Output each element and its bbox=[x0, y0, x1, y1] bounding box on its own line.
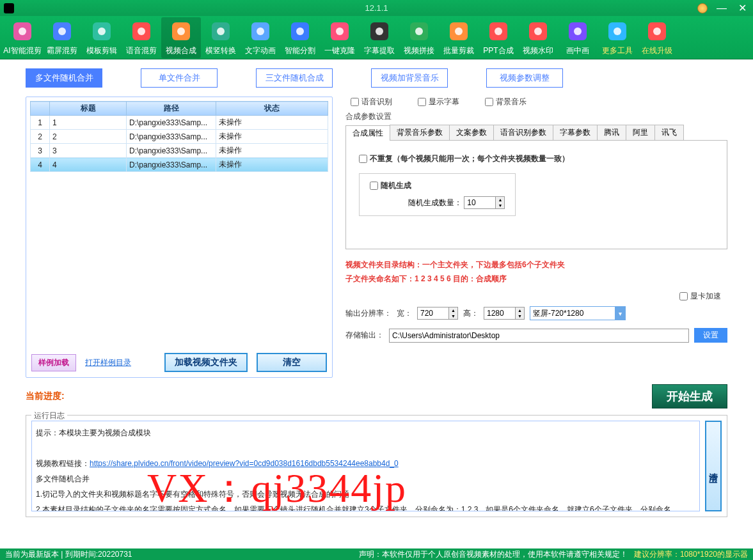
status-res: 建议分辨率：1080*1920的显示器 bbox=[634, 550, 748, 559]
medal-icon[interactable] bbox=[697, 3, 708, 13]
table-row[interactable]: 33D:\pangxie333\Samp...未操作 bbox=[31, 144, 328, 158]
batch-icon bbox=[446, 19, 472, 44]
table-row[interactable]: 22D:\pangxie333\Samp...未操作 bbox=[31, 130, 328, 144]
ptab-voice[interactable]: 语音识别参数 bbox=[493, 125, 553, 140]
toolbar-batch[interactable]: 批量剪裁 bbox=[439, 17, 479, 58]
svg-point-13 bbox=[257, 27, 264, 35]
res-w-spinner[interactable]: ▲▼ bbox=[417, 307, 458, 320]
open-sample-dir-link[interactable]: 打开样例目录 bbox=[85, 357, 131, 368]
spin-up-icon[interactable]: ▲ bbox=[496, 197, 504, 203]
hv-icon bbox=[208, 19, 234, 44]
spin-down-icon[interactable]: ▼ bbox=[496, 203, 504, 208]
svg-point-19 bbox=[376, 27, 383, 35]
col-title: 标题 bbox=[50, 102, 127, 116]
toolbar-clone[interactable]: 一键克隆 bbox=[320, 17, 360, 58]
toolbar-upgrade[interactable]: 在线升级 bbox=[637, 17, 677, 58]
out-path-input[interactable] bbox=[389, 329, 689, 343]
ptab-sub[interactable]: 字幕参数 bbox=[553, 125, 598, 140]
check-bgm[interactable]: 背景音乐 bbox=[485, 97, 527, 107]
check-voice-recog[interactable]: 语音识别 bbox=[351, 97, 392, 107]
sub-icon bbox=[367, 19, 392, 44]
res-w-label: 宽： bbox=[397, 308, 412, 319]
statusbar: 当前为最新版本 | 到期时间:20220731 声明：本软件仅用于个人原创音视频… bbox=[0, 548, 753, 560]
ai-icon bbox=[10, 19, 35, 44]
upgrade-icon bbox=[644, 19, 670, 44]
ppt-icon bbox=[486, 19, 511, 44]
log-textarea[interactable]: 提示：本模块主要为视频合成模块 视频教程链接：https://share.plv… bbox=[31, 421, 700, 511]
table-row[interactable]: 44D:\pangxie333\Samp...未操作 bbox=[31, 158, 328, 172]
res-h-spinner[interactable]: ▲▼ bbox=[484, 307, 525, 320]
subtab-single-merge[interactable]: 单文件合并 bbox=[141, 68, 218, 88]
toolbar-tpl[interactable]: 模板剪辑 bbox=[82, 17, 122, 58]
randcount-label: 随机生成数量： bbox=[408, 198, 462, 207]
progress-label: 当前进度: bbox=[26, 391, 65, 402]
out-label: 存储输出： bbox=[345, 330, 384, 341]
ptab-synth[interactable]: 合成属性 bbox=[345, 125, 390, 141]
toolbar-wm[interactable]: 视频水印 bbox=[518, 17, 558, 58]
file-table[interactable]: 标题 路径 状态 11D:\pangxie333\Samp...未操作22D:\… bbox=[30, 101, 328, 172]
text-icon bbox=[248, 19, 273, 44]
log-group: 运行日志 提示：本模块主要为视频合成模块 视频教程链接：https://shar… bbox=[26, 415, 727, 517]
minimize-button[interactable]: — bbox=[714, 3, 729, 14]
svg-point-3 bbox=[58, 27, 66, 35]
sample-load-button[interactable]: 样例加载 bbox=[31, 354, 76, 371]
clear-list-button[interactable]: 清空 bbox=[257, 353, 327, 372]
ptab-text[interactable]: 文案参数 bbox=[449, 125, 494, 140]
ptab-bgm[interactable]: 背景音乐参数 bbox=[390, 125, 450, 140]
ptab-ali[interactable]: 阿里 bbox=[626, 125, 655, 140]
svg-point-23 bbox=[455, 27, 463, 35]
subtab-params[interactable]: 视频参数调整 bbox=[486, 68, 563, 88]
randcount-spinner[interactable]: ▲▼ bbox=[464, 196, 505, 209]
svg-point-5 bbox=[98, 27, 106, 35]
res-preset-select[interactable]: 竖屏-720*1280 bbox=[530, 306, 626, 320]
svg-point-7 bbox=[138, 27, 145, 35]
more-icon bbox=[605, 19, 630, 44]
toolbar-ai[interactable]: AI智能混剪 bbox=[3, 17, 42, 58]
toolbar-ppt[interactable]: PPT合成 bbox=[479, 17, 518, 58]
col-index bbox=[31, 102, 50, 116]
tpl-icon bbox=[89, 19, 115, 44]
app-logo-icon bbox=[4, 3, 14, 13]
check-show-subs[interactable]: 显示字幕 bbox=[418, 97, 459, 107]
table-row[interactable]: 11D:\pangxie333\Samp...未操作 bbox=[31, 116, 328, 130]
toolbar-voice[interactable]: 语音混剪 bbox=[122, 17, 161, 58]
join-icon bbox=[406, 19, 432, 44]
svg-point-31 bbox=[614, 27, 621, 35]
res-label: 输出分辨率： bbox=[345, 308, 392, 319]
toolbar-more[interactable]: 更多工具 bbox=[598, 17, 637, 58]
check-gpu[interactable]: 显卡加速 bbox=[679, 291, 721, 302]
tutorial-link[interactable]: https://share.plvideo.cn/front/video/pre… bbox=[90, 459, 399, 468]
log-clear-button[interactable]: 清空 bbox=[705, 421, 722, 511]
svg-point-1 bbox=[19, 27, 26, 35]
ba-icon bbox=[49, 19, 75, 44]
res-h-label: 高： bbox=[463, 308, 479, 319]
toolbar-ba[interactable]: 霸屏混剪 bbox=[42, 17, 82, 58]
subtab-bar: 多文件随机合并 单文件合并 三文件随机合成 视频加背景音乐 视频参数调整 bbox=[0, 59, 753, 97]
close-button[interactable]: ✕ bbox=[736, 2, 749, 14]
ptab-xf[interactable]: 讯飞 bbox=[654, 125, 684, 140]
voice-icon bbox=[129, 19, 154, 44]
toolbar-split[interactable]: 智能分割 bbox=[280, 17, 320, 58]
col-status: 状态 bbox=[216, 102, 328, 116]
toolbar-join[interactable]: 视频拼接 bbox=[399, 17, 439, 58]
check-random[interactable]: 随机生成 bbox=[370, 180, 505, 191]
toolbar-pip[interactable]: 画中画 bbox=[558, 17, 598, 58]
randcount-input[interactable] bbox=[464, 197, 495, 208]
ptab-tencent[interactable]: 腾讯 bbox=[597, 125, 626, 140]
check-norepeat[interactable]: 不重复（每个视频只能用一次；每个文件夹视频数量一致） bbox=[359, 153, 714, 164]
svg-point-27 bbox=[534, 27, 542, 35]
subtab-multi-merge[interactable]: 多文件随机合并 bbox=[26, 68, 102, 88]
load-folder-button[interactable]: 加载视频文件夹 bbox=[164, 353, 248, 372]
toolbar-synth[interactable]: 视频合成 bbox=[161, 17, 201, 58]
clone-icon bbox=[327, 19, 353, 44]
svg-point-33 bbox=[653, 27, 661, 35]
toolbar-sub[interactable]: 字幕提取 bbox=[360, 17, 399, 58]
start-button[interactable]: 开始生成 bbox=[652, 384, 727, 408]
synth-icon bbox=[168, 19, 194, 44]
params-tabs: 合成属性 背景音乐参数 文案参数 语音识别参数 字幕参数 腾讯 阿里 讯飞 bbox=[345, 125, 727, 141]
toolbar-hv[interactable]: 横竖转换 bbox=[201, 17, 241, 58]
subtab-bgm[interactable]: 视频加背景音乐 bbox=[371, 68, 448, 88]
subtab-three-merge[interactable]: 三文件随机合成 bbox=[256, 68, 333, 88]
out-set-button[interactable]: 设置 bbox=[694, 328, 727, 343]
toolbar-text[interactable]: 文字动画 bbox=[241, 17, 280, 58]
